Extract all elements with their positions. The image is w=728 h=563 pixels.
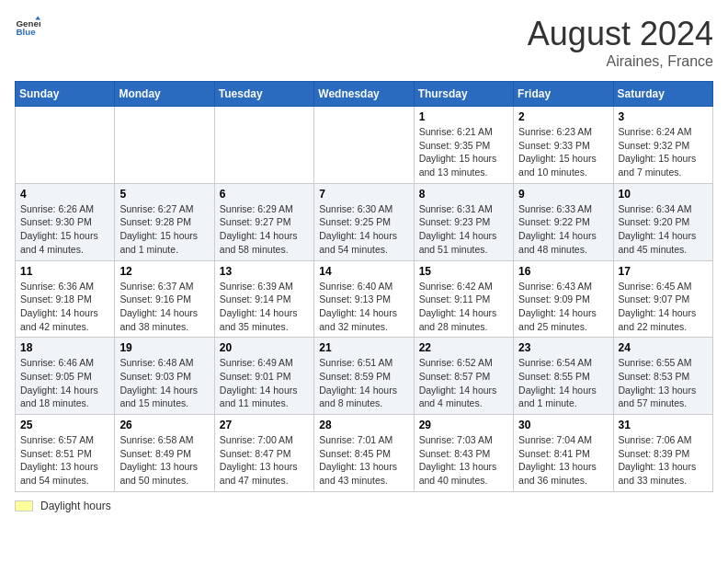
calendar-cell: 17Sunrise: 6:45 AM Sunset: 9:07 PM Dayli… — [613, 260, 712, 338]
calendar-cell: 3Sunrise: 6:24 AM Sunset: 9:32 PM Daylig… — [613, 107, 712, 184]
day-info: Sunrise: 7:01 AM Sunset: 8:45 PM Dayligh… — [319, 433, 408, 488]
day-number: 7 — [319, 188, 408, 201]
day-number: 4 — [20, 188, 109, 201]
title-block: August 2024 Airaines, France — [528, 15, 713, 70]
day-info: Sunrise: 6:34 AM Sunset: 9:20 PM Dayligh… — [619, 202, 708, 257]
day-number: 6 — [220, 188, 309, 201]
day-info: Sunrise: 6:54 AM Sunset: 8:55 PM Dayligh… — [518, 356, 608, 410]
calendar-cell — [115, 107, 214, 184]
day-number: 27 — [220, 419, 309, 431]
day-number: 18 — [20, 341, 109, 354]
calendar-week-row: 4Sunrise: 6:26 AM Sunset: 9:30 PM Daylig… — [16, 183, 713, 260]
day-number: 2 — [518, 110, 608, 123]
day-info: Sunrise: 6:27 AM Sunset: 9:28 PM Dayligh… — [119, 202, 209, 257]
calendar-week-row: 18Sunrise: 6:46 AM Sunset: 9:05 PM Dayli… — [16, 338, 713, 415]
day-number: 10 — [619, 188, 708, 201]
day-number: 31 — [619, 419, 708, 431]
svg-text:Blue: Blue — [16, 27, 36, 37]
day-number: 25 — [20, 419, 109, 431]
calendar-week-row: 11Sunrise: 6:36 AM Sunset: 9:18 PM Dayli… — [16, 260, 713, 338]
calendar-cell: 20Sunrise: 6:49 AM Sunset: 9:01 PM Dayli… — [214, 338, 313, 415]
day-info: Sunrise: 6:31 AM Sunset: 9:23 PM Dayligh… — [419, 202, 508, 257]
day-number: 12 — [119, 265, 209, 278]
day-number: 3 — [619, 110, 708, 123]
calendar-cell: 30Sunrise: 7:04 AM Sunset: 8:41 PM Dayli… — [514, 415, 613, 492]
day-info: Sunrise: 6:33 AM Sunset: 9:22 PM Dayligh… — [518, 202, 608, 257]
calendar-day-header: Tuesday — [214, 82, 313, 107]
day-info: Sunrise: 6:29 AM Sunset: 9:27 PM Dayligh… — [220, 202, 309, 257]
calendar-day-header: Wednesday — [314, 82, 414, 107]
day-number: 26 — [119, 419, 209, 431]
day-number: 14 — [319, 265, 408, 278]
calendar-cell: 16Sunrise: 6:43 AM Sunset: 9:09 PM Dayli… — [514, 260, 613, 338]
day-number: 22 — [419, 341, 508, 354]
calendar-cell: 5Sunrise: 6:27 AM Sunset: 9:28 PM Daylig… — [115, 183, 214, 260]
day-info: Sunrise: 6:39 AM Sunset: 9:14 PM Dayligh… — [220, 280, 309, 334]
day-number: 15 — [419, 265, 508, 278]
calendar-cell — [214, 107, 313, 184]
calendar-cell: 13Sunrise: 6:39 AM Sunset: 9:14 PM Dayli… — [214, 260, 313, 338]
calendar-cell: 8Sunrise: 6:31 AM Sunset: 9:23 PM Daylig… — [414, 183, 513, 260]
calendar-cell: 22Sunrise: 6:52 AM Sunset: 8:57 PM Dayli… — [414, 338, 513, 415]
day-info: Sunrise: 6:30 AM Sunset: 9:25 PM Dayligh… — [319, 202, 408, 257]
day-number: 30 — [518, 419, 608, 431]
daylight-label: Daylight hours — [40, 500, 111, 512]
calendar-day-header: Monday — [115, 82, 214, 107]
day-info: Sunrise: 6:55 AM Sunset: 8:53 PM Dayligh… — [619, 356, 708, 410]
day-info: Sunrise: 7:04 AM Sunset: 8:41 PM Dayligh… — [518, 433, 608, 488]
calendar-cell: 4Sunrise: 6:26 AM Sunset: 9:30 PM Daylig… — [16, 183, 115, 260]
day-number: 20 — [220, 341, 309, 354]
calendar-cell: 2Sunrise: 6:23 AM Sunset: 9:33 PM Daylig… — [514, 107, 613, 184]
calendar-cell: 21Sunrise: 6:51 AM Sunset: 8:59 PM Dayli… — [314, 338, 414, 415]
calendar-cell — [314, 107, 414, 184]
day-info: Sunrise: 7:00 AM Sunset: 8:47 PM Dayligh… — [220, 433, 309, 488]
day-info: Sunrise: 6:24 AM Sunset: 9:32 PM Dayligh… — [619, 125, 708, 179]
day-info: Sunrise: 6:45 AM Sunset: 9:07 PM Dayligh… — [619, 280, 708, 334]
calendar-day-header: Thursday — [414, 82, 513, 107]
day-info: Sunrise: 6:40 AM Sunset: 9:13 PM Dayligh… — [319, 280, 408, 334]
calendar-cell: 15Sunrise: 6:42 AM Sunset: 9:11 PM Dayli… — [414, 260, 513, 338]
day-number: 5 — [119, 188, 209, 201]
calendar-cell: 6Sunrise: 6:29 AM Sunset: 9:27 PM Daylig… — [214, 183, 313, 260]
day-number: 17 — [619, 265, 708, 278]
day-info: Sunrise: 6:36 AM Sunset: 9:18 PM Dayligh… — [20, 280, 109, 334]
calendar-cell: 9Sunrise: 6:33 AM Sunset: 9:22 PM Daylig… — [514, 183, 613, 260]
day-number: 13 — [220, 265, 309, 278]
daylight-color-swatch — [15, 500, 33, 511]
day-number: 24 — [619, 341, 708, 354]
day-number: 11 — [20, 265, 109, 278]
calendar-cell: 24Sunrise: 6:55 AM Sunset: 8:53 PM Dayli… — [613, 338, 712, 415]
calendar-cell: 7Sunrise: 6:30 AM Sunset: 9:25 PM Daylig… — [314, 183, 414, 260]
day-number: 23 — [518, 341, 608, 354]
logo: General Blue — [15, 15, 40, 40]
day-number: 9 — [518, 188, 608, 201]
page-header: General Blue August 2024 Airaines, Franc… — [15, 15, 713, 70]
calendar-week-row: 25Sunrise: 6:57 AM Sunset: 8:51 PM Dayli… — [16, 415, 713, 492]
day-info: Sunrise: 6:49 AM Sunset: 9:01 PM Dayligh… — [220, 356, 309, 410]
calendar-cell: 31Sunrise: 7:06 AM Sunset: 8:39 PM Dayli… — [613, 415, 712, 492]
day-info: Sunrise: 6:23 AM Sunset: 9:33 PM Dayligh… — [518, 125, 608, 179]
month-year-title: August 2024 — [528, 15, 713, 53]
calendar-cell: 26Sunrise: 6:58 AM Sunset: 8:49 PM Dayli… — [115, 415, 214, 492]
calendar-cell: 10Sunrise: 6:34 AM Sunset: 9:20 PM Dayli… — [613, 183, 712, 260]
day-number: 16 — [518, 265, 608, 278]
day-info: Sunrise: 6:48 AM Sunset: 9:03 PM Dayligh… — [119, 356, 209, 410]
calendar-day-header: Friday — [514, 82, 613, 107]
day-info: Sunrise: 7:03 AM Sunset: 8:43 PM Dayligh… — [419, 433, 508, 488]
calendar-cell: 11Sunrise: 6:36 AM Sunset: 9:18 PM Dayli… — [16, 260, 115, 338]
day-info: Sunrise: 6:43 AM Sunset: 9:09 PM Dayligh… — [518, 280, 608, 334]
calendar-day-header: Sunday — [16, 82, 115, 107]
day-number: 21 — [319, 341, 408, 354]
calendar-cell: 28Sunrise: 7:01 AM Sunset: 8:45 PM Dayli… — [314, 415, 414, 492]
day-number: 29 — [419, 419, 508, 431]
calendar-cell: 23Sunrise: 6:54 AM Sunset: 8:55 PM Dayli… — [514, 338, 613, 415]
calendar-cell: 18Sunrise: 6:46 AM Sunset: 9:05 PM Dayli… — [16, 338, 115, 415]
location-subtitle: Airaines, France — [528, 53, 713, 70]
calendar-header-row: SundayMondayTuesdayWednesdayThursdayFrid… — [16, 82, 713, 107]
day-number: 28 — [319, 419, 408, 431]
calendar-cell — [16, 107, 115, 184]
day-info: Sunrise: 6:58 AM Sunset: 8:49 PM Dayligh… — [119, 433, 209, 488]
calendar-cell: 12Sunrise: 6:37 AM Sunset: 9:16 PM Dayli… — [115, 260, 214, 338]
day-info: Sunrise: 6:46 AM Sunset: 9:05 PM Dayligh… — [20, 356, 109, 410]
calendar-table: SundayMondayTuesdayWednesdayThursdayFrid… — [15, 81, 713, 492]
